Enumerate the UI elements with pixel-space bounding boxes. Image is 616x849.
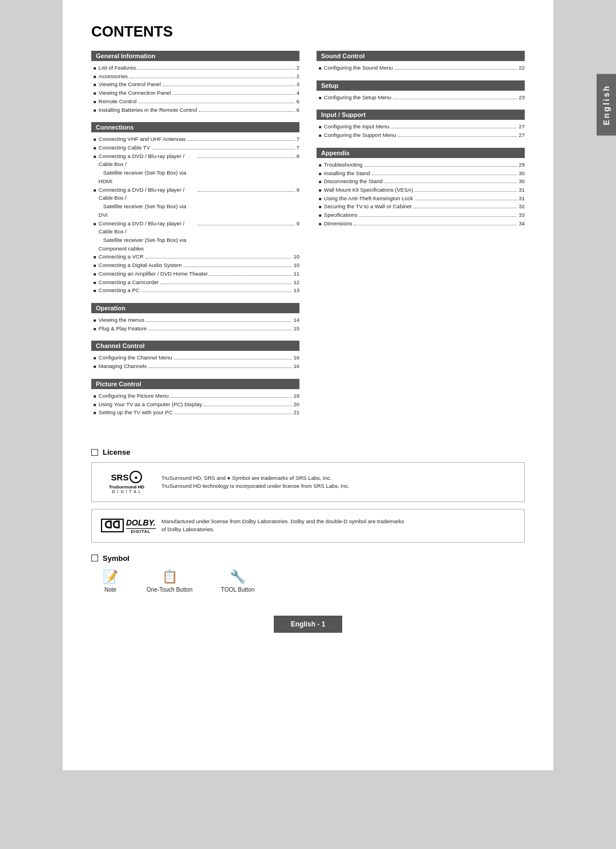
- section-header-channel-control: Channel Control: [91, 341, 299, 351]
- toc-item: ■Disconnecting the Stand30: [317, 177, 525, 186]
- tool-icon: 🔧: [221, 569, 254, 584]
- toc-item: ■Viewing the Control Panel3: [91, 80, 299, 89]
- toc-item: ■Connecting a Digital Audio System10: [91, 261, 299, 270]
- toc-item: ■Dimensions34: [317, 220, 525, 228]
- toc-item: ■Installing Batteries in the Remote Cont…: [91, 106, 299, 115]
- toc-item: ■List of Features2: [91, 64, 299, 72]
- license-checkbox-icon: [91, 449, 98, 456]
- one-touch-label: One-Touch Button: [147, 587, 193, 593]
- toc-item: ■Connecting a DVD / Blu-ray player / Cab…: [91, 152, 299, 186]
- toc-item: ■Remote Control6: [91, 98, 299, 106]
- toc-item: ■Connecting a PC13: [91, 286, 299, 295]
- srs-logo: SRS ● TruSurround HD D I G I T A L: [101, 471, 152, 494]
- toc-item: ■Securing the TV to a Wall or Cabinet32: [317, 203, 525, 211]
- toc-item: ■Viewing the menus14: [91, 316, 299, 325]
- toc-item: ■Using the Anti-Theft Kensington Lock31: [317, 195, 525, 203]
- section-channel-control: Channel Control ■Configuring the Channel…: [91, 341, 299, 370]
- symbol-note: 📝 Note: [103, 569, 118, 593]
- side-english-label: English: [597, 74, 616, 136]
- license-title: License: [91, 448, 525, 456]
- toc-item: ■Configuring the Picture Menu18: [91, 392, 299, 401]
- symbol-title: Symbol: [91, 554, 525, 563]
- srs-license-box: SRS ● TruSurround HD D I G I T A L TruSu…: [91, 462, 525, 502]
- section-sound-control: Sound Control ■Configuring the Sound Men…: [317, 51, 525, 72]
- toc-item: ■Connecting VHF and UHF Antennas7: [91, 135, 299, 144]
- section-header-input-support: Input / Support: [317, 110, 525, 120]
- page-title: CONTENTS: [91, 23, 525, 41]
- toc-item: ■Configuring the Sound Menu22: [317, 64, 525, 72]
- section-appendix: Appendix ■Troubleshooting29 ■Installing …: [317, 148, 525, 228]
- toc-item: ■Connecting a Camcorder12: [91, 278, 299, 287]
- toc-item: ■Connecting a DVD / Blu-ray player / Cab…: [91, 220, 299, 253]
- note-icon: 📝: [103, 569, 118, 584]
- toc-item: ■Wall Mount Kit Specifications (VESA)31: [317, 186, 525, 195]
- toc-item: ■Plug & Play Feature15: [91, 325, 299, 333]
- left-column: General Information ■List of Features2 ■…: [91, 51, 299, 425]
- dolby-license-box: ᗡᗡ DOLBY. DIGITAL Manufactured under lic…: [91, 509, 525, 543]
- symbol-items: 📝 Note 📋 One-Touch Button 🔧 TOOL Button: [91, 569, 525, 593]
- toc-item: ■Connecting a VCR10: [91, 253, 299, 261]
- toc-item: ■Viewing the Connection Panel4: [91, 89, 299, 98]
- section-header-connections: Connections: [91, 122, 299, 132]
- section-header-appendix: Appendix: [317, 148, 525, 158]
- toc-item: ■Managing Channels16: [91, 362, 299, 371]
- section-setup: Setup ■Configuring the Setup Menu23: [317, 80, 525, 102]
- symbol-checkbox-icon: [91, 555, 98, 561]
- toc-columns: General Information ■List of Features2 ■…: [91, 51, 525, 425]
- section-general-info: General Information ■List of Features2 ■…: [91, 51, 299, 114]
- right-column: Sound Control ■Configuring the Sound Men…: [317, 51, 525, 425]
- section-operation: Operation ■Viewing the menus14 ■Plug & P…: [91, 303, 299, 333]
- footer: English - 1: [91, 610, 525, 633]
- symbol-section: Symbol 📝 Note 📋 One-Touch Button 🔧 TOOL …: [91, 554, 525, 593]
- toc-item: ■Accessories2: [91, 72, 299, 81]
- one-touch-icon: 📋: [147, 569, 193, 584]
- section-picture-control: Picture Control ■Configuring the Picture…: [91, 379, 299, 417]
- section-connections: Connections ■Connecting VHF and UHF Ante…: [91, 122, 299, 295]
- license-section: License SRS ● TruSurround HD D I G I T A…: [91, 448, 525, 543]
- toc-item: ■Installing the Stand30: [317, 169, 525, 178]
- toc-item: ■Setting up the TV with your PC21: [91, 409, 299, 417]
- dolby-logo: ᗡᗡ DOLBY. DIGITAL: [101, 518, 152, 533]
- section-header-operation: Operation: [91, 303, 299, 313]
- section-header-picture-control: Picture Control: [91, 379, 299, 389]
- toc-item: ■Connecting Cable TV7: [91, 144, 299, 152]
- toc-item: ■Troubleshooting29: [317, 161, 525, 169]
- toc-item: ■Configuring the Setup Menu23: [317, 94, 525, 102]
- toc-item: ■Using Your TV as a Computer (PC) Displa…: [91, 401, 299, 409]
- note-label: Note: [103, 587, 118, 593]
- section-input-support: Input / Support ■Configuring the Input M…: [317, 110, 525, 139]
- tool-label: TOOL Button: [221, 587, 254, 593]
- page-container: CONTENTS General Information ■List of Fe…: [63, 0, 553, 770]
- dolby-license-text: Manufactured under license from Dolby La…: [161, 518, 404, 534]
- section-header-general-info: General Information: [91, 51, 299, 61]
- toc-item: ■Connecting an Amplifier / DVD Home Thea…: [91, 270, 299, 278]
- section-header-setup: Setup: [317, 80, 525, 91]
- section-header-sound-control: Sound Control: [317, 51, 525, 61]
- srs-license-text: TruSurround HD, SRS and ● Symbol are tra…: [161, 474, 350, 491]
- symbol-tool: 🔧 TOOL Button: [221, 569, 254, 593]
- symbol-one-touch: 📋 One-Touch Button: [147, 569, 193, 593]
- toc-item: ■Configuring the Support Menu27: [317, 131, 525, 140]
- toc-item: ■Specifications33: [317, 211, 525, 220]
- toc-item: ■Configuring the Input Menu27: [317, 123, 525, 131]
- toc-item: ■Connecting a DVD / Blu-ray player / Cab…: [91, 186, 299, 220]
- footer-badge: English - 1: [274, 616, 343, 633]
- toc-item: ■Configuring the Channel Menu16: [91, 354, 299, 362]
